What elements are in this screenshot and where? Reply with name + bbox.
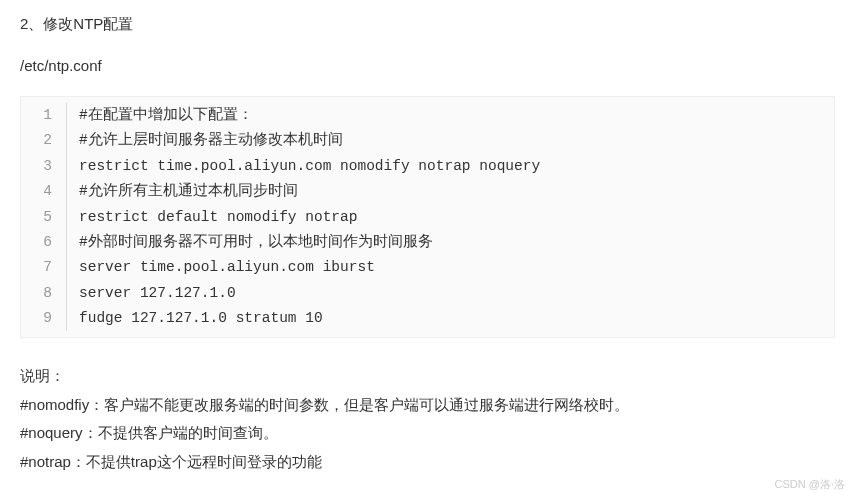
code-row: 2#允许上层时间服务器主动修改本机时间 xyxy=(21,128,834,153)
line-number: 6 xyxy=(21,230,67,255)
code-text: #允许上层时间服务器主动修改本机时间 xyxy=(67,128,343,153)
line-number: 2 xyxy=(21,128,67,153)
code-text: #外部时间服务器不可用时，以本地时间作为时间服务 xyxy=(67,230,433,255)
line-number: 3 xyxy=(21,154,67,179)
code-block: 1#在配置中增加以下配置：2#允许上层时间服务器主动修改本机时间3restric… xyxy=(20,96,835,338)
code-text: restrict default nomodify notrap xyxy=(67,205,357,230)
line-number: 9 xyxy=(21,306,67,331)
explanation-block: 说明： #nomodfiy：客户端不能更改服务端的时间参数，但是客户端可以通过服… xyxy=(20,362,835,476)
code-row: 5restrict default nomodify notrap xyxy=(21,205,834,230)
explain-line: #nomodfiy：客户端不能更改服务端的时间参数，但是客户端可以通过服务端进行… xyxy=(20,391,835,420)
line-number: 8 xyxy=(21,281,67,306)
code-row: 8server 127.127.1.0 xyxy=(21,281,834,306)
explain-line: #noquery：不提供客户端的时间查询。 xyxy=(20,419,835,448)
explain-title: 说明： xyxy=(20,362,835,391)
line-number: 1 xyxy=(21,103,67,128)
code-row: 7server time.pool.aliyun.com iburst xyxy=(21,255,834,280)
code-row: 1#在配置中增加以下配置： xyxy=(21,103,834,128)
code-row: 6#外部时间服务器不可用时，以本地时间作为时间服务 xyxy=(21,230,834,255)
code-row: 3restrict time.pool.aliyun.com nomodify … xyxy=(21,154,834,179)
explain-line: #notrap：不提供trap这个远程时间登录的功能 xyxy=(20,448,835,477)
code-text: server time.pool.aliyun.com iburst xyxy=(67,255,375,280)
code-text: restrict time.pool.aliyun.com nomodify n… xyxy=(67,154,540,179)
line-number: 4 xyxy=(21,179,67,204)
code-text: server 127.127.1.0 xyxy=(67,281,236,306)
section-heading: 2、修改NTP配置 xyxy=(20,12,835,36)
code-text: fudge 127.127.1.0 stratum 10 xyxy=(67,306,323,331)
code-row: 4#允许所有主机通过本机同步时间 xyxy=(21,179,834,204)
line-number: 5 xyxy=(21,205,67,230)
file-path: /etc/ntp.conf xyxy=(20,54,835,78)
watermark-text: CSDN @洛·洛 xyxy=(775,476,845,488)
code-text: #允许所有主机通过本机同步时间 xyxy=(67,179,298,204)
code-text: #在配置中增加以下配置： xyxy=(67,103,253,128)
line-number: 7 xyxy=(21,255,67,280)
code-row: 9fudge 127.127.1.0 stratum 10 xyxy=(21,306,834,331)
